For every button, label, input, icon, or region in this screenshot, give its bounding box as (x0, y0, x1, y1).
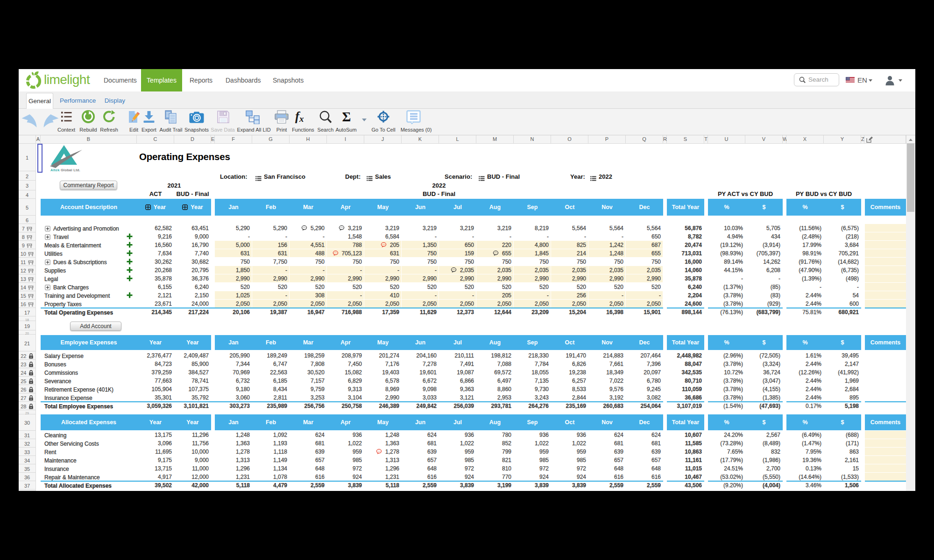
svg-text:Global Ltd.: Global Ltd. (61, 168, 80, 172)
svg-text:Altek: Altek (50, 168, 60, 172)
